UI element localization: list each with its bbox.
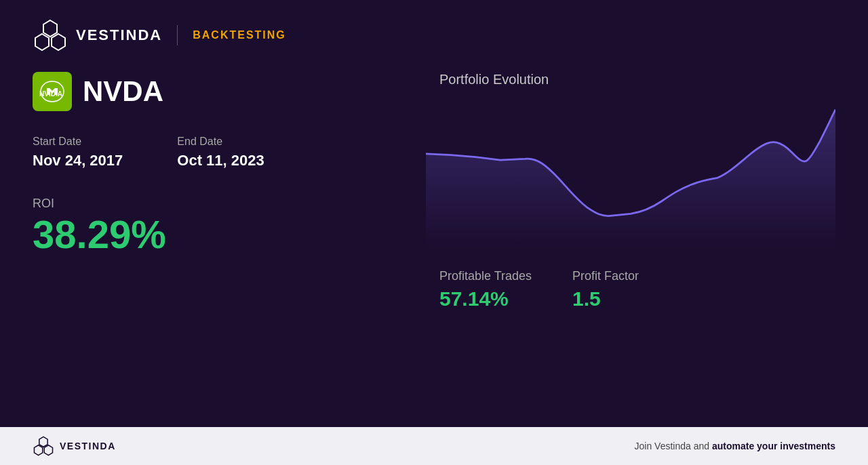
footer: VESTINDA Join Vestinda and automate your… — [0, 427, 868, 465]
footer-cta: Join Vestinda and automate your investme… — [635, 441, 835, 451]
profit-factor-value: 1.5 — [572, 287, 639, 310]
header: VESTINDA BACKTESTING — [0, 0, 868, 65]
svg-marker-9 — [44, 445, 52, 456]
header-divider — [177, 25, 178, 45]
end-date-label: End Date — [177, 136, 264, 148]
end-date-block: End Date Oct 11, 2023 — [177, 136, 264, 169]
footer-logo: VESTINDA — [33, 436, 116, 456]
start-date-label: Start Date — [33, 136, 123, 148]
logo-name: VESTINDA — [76, 26, 162, 44]
footer-vestinda-icon — [33, 436, 54, 456]
profitable-trades-block: Profitable Trades 57.14% — [439, 269, 532, 310]
stats-row: Profitable Trades 57.14% Profit Factor 1… — [439, 269, 835, 310]
left-panel: NVIDIA NVDA Start Date Nov 24, 2017 End … — [33, 72, 412, 310]
footer-logo-name: VESTINDA — [60, 441, 116, 451]
profit-factor-block: Profit Factor 1.5 — [572, 269, 639, 310]
start-date-value: Nov 24, 2017 — [33, 152, 123, 169]
stock-row: NVIDIA NVDA — [33, 72, 412, 111]
profitable-trades-label: Profitable Trades — [439, 269, 532, 283]
profitable-trades-value: 57.14% — [439, 287, 532, 310]
portfolio-chart — [426, 97, 835, 249]
svg-marker-4 — [35, 34, 49, 50]
main-content: NVIDIA NVDA Start Date Nov 24, 2017 End … — [0, 65, 868, 310]
roi-label: ROI — [33, 197, 412, 211]
footer-cta-plain: Join Vestinda and — [635, 441, 712, 451]
backtesting-label: BACKTESTING — [193, 29, 286, 41]
footer-cta-bold: automate your investments — [712, 441, 835, 451]
stock-symbol: NVDA — [83, 75, 163, 108]
svg-marker-7 — [39, 437, 47, 447]
nvidia-logo-icon: NVIDIA — [33, 72, 72, 111]
vestinda-honeycomb-icon — [33, 19, 68, 52]
right-panel: Portfolio Evolution Profitable Tr — [412, 72, 835, 310]
svg-marker-8 — [34, 445, 42, 456]
svg-marker-3 — [43, 20, 57, 37]
roi-block: ROI 38.29% — [33, 197, 412, 254]
end-date-value: Oct 11, 2023 — [177, 152, 264, 169]
dates-row: Start Date Nov 24, 2017 End Date Oct 11,… — [33, 136, 412, 169]
chart-title: Portfolio Evolution — [439, 72, 835, 87]
profit-factor-label: Profit Factor — [572, 269, 639, 283]
start-date-block: Start Date Nov 24, 2017 — [33, 136, 123, 169]
roi-value: 38.29% — [33, 215, 412, 254]
svg-marker-5 — [52, 34, 65, 50]
